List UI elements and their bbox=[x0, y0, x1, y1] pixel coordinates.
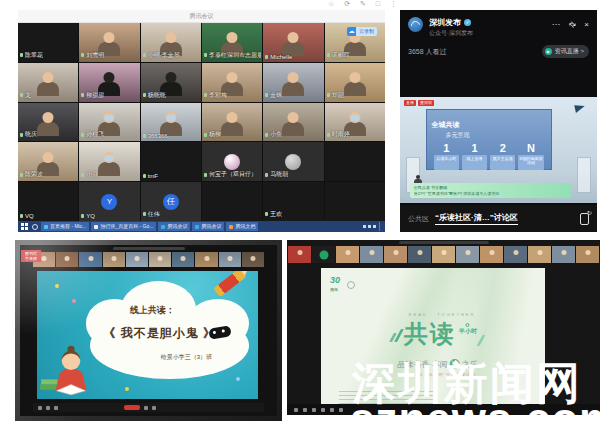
participant-body bbox=[37, 122, 59, 136]
system-tray[interactable] bbox=[363, 225, 376, 228]
participant-thumbnail[interactable] bbox=[360, 246, 383, 263]
video-tile[interactable]: 陈翠花 bbox=[18, 23, 78, 62]
video-tile[interactable]: VQ bbox=[18, 182, 78, 221]
settings-icon[interactable] bbox=[339, 408, 343, 412]
members-icon[interactable] bbox=[144, 406, 148, 410]
taskbar-button[interactable]: 首页推荐 - Mic... bbox=[41, 222, 89, 231]
video-tile[interactable]: 金蛛 bbox=[263, 63, 323, 102]
avatar bbox=[285, 154, 301, 170]
participant-thumbnail[interactable] bbox=[79, 252, 101, 267]
video-tile[interactable]: 李彩梅 bbox=[202, 63, 262, 102]
participant-name: 龙 bbox=[20, 91, 31, 100]
mic-icon bbox=[20, 214, 23, 218]
screenshot-viewer-toolbar[interactable]: ☆ ⟳ ✎ □ ⋮ bbox=[328, 0, 401, 8]
video-tile[interactable]: 小明-李金琴 bbox=[141, 23, 201, 62]
live-badge[interactable]: ▶ 资讯直播 > bbox=[542, 45, 589, 58]
mic-toggle-icon[interactable] bbox=[38, 406, 42, 410]
video-tile[interactable]: 时雨婷 bbox=[325, 103, 385, 142]
face-mask bbox=[166, 115, 175, 121]
video-tile[interactable]: 柳甜甜 bbox=[79, 63, 139, 102]
participant-thumbnail[interactable] bbox=[149, 252, 171, 267]
taskbar-button[interactable]: 独行侠_百度百科 - Go... bbox=[91, 222, 156, 231]
video-tile[interactable] bbox=[202, 182, 262, 221]
participant-thumbnail[interactable] bbox=[288, 246, 311, 263]
video-tile[interactable] bbox=[325, 182, 385, 221]
show-desktop-button[interactable] bbox=[379, 222, 382, 231]
face-mask bbox=[105, 115, 114, 121]
participant-thumbnail[interactable] bbox=[195, 252, 217, 267]
participant-thumbnail[interactable] bbox=[172, 252, 194, 267]
search-icon[interactable] bbox=[32, 224, 38, 230]
meeting-toolbar bbox=[33, 403, 264, 412]
mic-toggle-icon[interactable] bbox=[294, 408, 298, 412]
video-tile[interactable]: 小豆 bbox=[79, 142, 139, 181]
video-tile[interactable]: 小鱼 bbox=[263, 103, 323, 142]
video-tile[interactable]: 李泰红深圳市志愿服务者协会 bbox=[202, 23, 262, 62]
camera-toggle-icon[interactable] bbox=[46, 406, 50, 410]
more-tools-icon[interactable] bbox=[152, 406, 156, 410]
channel-avatar[interactable] bbox=[408, 17, 423, 32]
participant-thumbnail[interactable] bbox=[480, 246, 503, 263]
video-tile[interactable]: 龙 bbox=[18, 63, 78, 102]
taskbar-button[interactable]: 腾讯会议 bbox=[192, 222, 224, 231]
mic-icon bbox=[81, 53, 84, 57]
video-tile[interactable]: 366366 bbox=[141, 103, 201, 142]
video-tile[interactable]: Michelle bbox=[263, 23, 323, 62]
participant-thumbnail[interactable] bbox=[242, 252, 264, 267]
participant-thumbnail[interactable] bbox=[384, 246, 407, 263]
cloud-record-badge[interactable]: ☁ 云录制 bbox=[347, 27, 377, 36]
video-tile[interactable] bbox=[325, 142, 385, 181]
shared-slide: 线上共读： 《 我不是胆小鬼 》 绘景小学三（3）班 bbox=[37, 271, 258, 399]
participant-thumbnail[interactable] bbox=[576, 246, 599, 263]
mic-icon bbox=[204, 93, 207, 97]
participant-thumbnail[interactable] bbox=[528, 246, 551, 263]
video-tile[interactable]: 刘雪明 bbox=[79, 23, 139, 62]
participant-thumbnail[interactable] bbox=[432, 246, 455, 263]
rotate-screen-icon[interactable] bbox=[580, 213, 589, 225]
participant-thumbnail[interactable] bbox=[126, 252, 148, 267]
app-icon bbox=[195, 225, 199, 229]
participant-thumbnail[interactable] bbox=[56, 252, 78, 267]
taskbar-button[interactable]: 腾讯会议 bbox=[158, 222, 190, 231]
window-title-blur bbox=[399, 241, 489, 244]
reading-child-illustration bbox=[39, 338, 101, 398]
live-video-frame[interactable]: 直播 壹深圳 全城共读 多元呈现 1共读半小时1线上直播2两大主会场NN场特色阅… bbox=[400, 97, 597, 203]
video-tile[interactable]: 孙柱飞 bbox=[79, 103, 139, 142]
participant-thumbnail[interactable] bbox=[336, 246, 359, 263]
participant-head bbox=[43, 152, 54, 163]
participant-thumbnail[interactable] bbox=[103, 252, 125, 267]
mic-icon bbox=[20, 53, 23, 57]
video-tile[interactable]: tmF bbox=[141, 142, 201, 181]
video-tile[interactable]: 杨晓晓 bbox=[141, 63, 201, 102]
face-mask bbox=[350, 115, 359, 121]
discussion-topic-link[interactable]: “乐读社区·清…”讨论区 bbox=[435, 212, 518, 225]
video-tile[interactable]: 郑韶 bbox=[325, 63, 385, 102]
video-tile[interactable]: 何宝子（双目仔） bbox=[202, 142, 262, 181]
start-button[interactable] bbox=[21, 223, 29, 231]
expand-icon[interactable]: ⇄ bbox=[566, 19, 577, 30]
close-icon[interactable]: × bbox=[584, 20, 589, 29]
leave-meeting-button[interactable] bbox=[124, 405, 140, 410]
taskbar-button[interactable]: 腾讯文档 bbox=[226, 222, 258, 231]
members-icon[interactable] bbox=[321, 408, 325, 412]
video-tile[interactable]: 王欢 bbox=[263, 182, 323, 221]
more-icon[interactable]: ⋯ bbox=[552, 20, 560, 29]
participant-thumbnail[interactable] bbox=[312, 246, 335, 263]
video-tile[interactable]: YYQ bbox=[79, 182, 139, 221]
participant-thumbnail[interactable] bbox=[456, 246, 479, 263]
participant-thumbnail[interactable] bbox=[504, 246, 527, 263]
participant-thumbnail[interactable] bbox=[219, 252, 241, 267]
share-screen-icon[interactable] bbox=[54, 406, 58, 410]
chat-icon[interactable] bbox=[330, 408, 334, 412]
participant-thumbnail[interactable] bbox=[408, 246, 431, 263]
share-screen-icon[interactable] bbox=[312, 408, 316, 412]
participant-thumbnail[interactable] bbox=[552, 246, 575, 263]
view-count: 3658 人看过 bbox=[408, 47, 447, 57]
video-tile[interactable]: 马晓朝 bbox=[263, 142, 323, 181]
video-tile[interactable]: 晓庆 bbox=[18, 103, 78, 142]
camera-toggle-icon[interactable] bbox=[303, 408, 307, 412]
mic-icon bbox=[20, 133, 23, 137]
video-tile[interactable]: 陈荣波 bbox=[18, 142, 78, 181]
video-tile[interactable]: 任任伟 bbox=[141, 182, 201, 221]
video-tile[interactable]: 杨柳 bbox=[202, 103, 262, 142]
